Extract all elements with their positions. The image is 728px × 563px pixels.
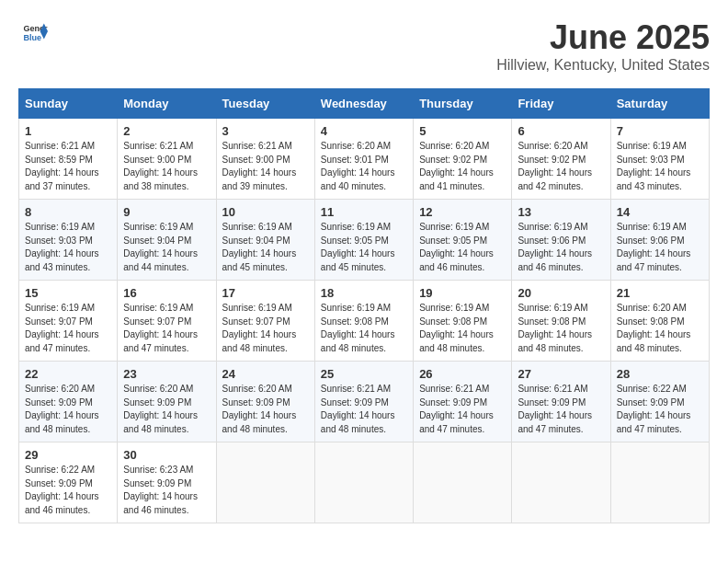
calendar-week-1: 1 Sunrise: 6:21 AM Sunset: 8:59 PM Dayli… xyxy=(19,119,710,200)
day-info: Sunrise: 6:23 AM Sunset: 9:09 PM Dayligh… xyxy=(123,464,210,517)
day-number: 15 xyxy=(25,286,111,300)
calendar-cell xyxy=(414,442,512,523)
day-info: Sunrise: 6:22 AM Sunset: 9:09 PM Dayligh… xyxy=(617,383,703,436)
day-info: Sunrise: 6:19 AM Sunset: 9:08 PM Dayligh… xyxy=(419,302,506,355)
day-info: Sunrise: 6:21 AM Sunset: 8:59 PM Dayligh… xyxy=(25,140,111,193)
calendar-week-5: 29 Sunrise: 6:22 AM Sunset: 9:09 PM Dayl… xyxy=(19,442,710,523)
day-info: Sunrise: 6:21 AM Sunset: 9:09 PM Dayligh… xyxy=(518,383,604,436)
calendar-cell xyxy=(512,442,610,523)
day-number: 18 xyxy=(321,286,407,300)
logo: General Blue xyxy=(18,18,48,44)
calendar-cell: 26 Sunrise: 6:21 AM Sunset: 9:09 PM Dayl… xyxy=(414,362,512,442)
day-info: Sunrise: 6:19 AM Sunset: 9:06 PM Dayligh… xyxy=(617,221,703,274)
day-info: Sunrise: 6:22 AM Sunset: 9:09 PM Dayligh… xyxy=(25,464,111,517)
calendar-header-friday: Friday xyxy=(512,89,610,119)
day-info: Sunrise: 6:20 AM Sunset: 9:01 PM Dayligh… xyxy=(321,140,407,193)
calendar-cell: 13 Sunrise: 6:19 AM Sunset: 9:06 PM Dayl… xyxy=(512,200,610,281)
calendar-cell: 4 Sunrise: 6:20 AM Sunset: 9:01 PM Dayli… xyxy=(314,119,413,200)
day-number: 11 xyxy=(321,205,407,219)
calendar-cell: 27 Sunrise: 6:21 AM Sunset: 9:09 PM Dayl… xyxy=(512,362,610,442)
calendar-header-sunday: Sunday xyxy=(19,89,118,119)
day-info: Sunrise: 6:20 AM Sunset: 9:02 PM Dayligh… xyxy=(518,140,604,193)
svg-text:Blue: Blue xyxy=(23,33,41,42)
day-info: Sunrise: 6:19 AM Sunset: 9:08 PM Dayligh… xyxy=(321,302,407,355)
day-number: 4 xyxy=(321,124,407,138)
day-number: 23 xyxy=(123,367,210,381)
calendar-cell: 29 Sunrise: 6:22 AM Sunset: 9:09 PM Dayl… xyxy=(19,442,118,523)
day-number: 8 xyxy=(25,205,111,219)
calendar-header-saturday: Saturday xyxy=(610,89,709,119)
day-info: Sunrise: 6:20 AM Sunset: 9:02 PM Dayligh… xyxy=(419,140,506,193)
calendar-cell xyxy=(216,442,314,523)
day-info: Sunrise: 6:19 AM Sunset: 9:05 PM Dayligh… xyxy=(419,221,506,274)
calendar-cell: 14 Sunrise: 6:19 AM Sunset: 9:06 PM Dayl… xyxy=(610,200,709,281)
day-info: Sunrise: 6:19 AM Sunset: 9:03 PM Dayligh… xyxy=(617,140,703,193)
day-info: Sunrise: 6:20 AM Sunset: 9:08 PM Dayligh… xyxy=(617,302,703,355)
calendar-cell: 17 Sunrise: 6:19 AM Sunset: 9:07 PM Dayl… xyxy=(216,281,314,362)
calendar-cell xyxy=(314,442,413,523)
calendar-cell: 2 Sunrise: 6:21 AM Sunset: 9:00 PM Dayli… xyxy=(118,119,216,200)
day-info: Sunrise: 6:21 AM Sunset: 9:09 PM Dayligh… xyxy=(419,383,506,436)
calendar-week-4: 22 Sunrise: 6:20 AM Sunset: 9:09 PM Dayl… xyxy=(19,362,710,442)
day-info: Sunrise: 6:19 AM Sunset: 9:05 PM Dayligh… xyxy=(321,221,407,274)
page-title: June 2025 xyxy=(496,18,710,57)
day-number: 19 xyxy=(419,286,506,300)
calendar-cell: 15 Sunrise: 6:19 AM Sunset: 9:07 PM Dayl… xyxy=(19,281,118,362)
calendar-header-thursday: Thursday xyxy=(414,89,512,119)
day-info: Sunrise: 6:19 AM Sunset: 9:03 PM Dayligh… xyxy=(25,221,111,274)
day-number: 27 xyxy=(518,367,604,381)
day-info: Sunrise: 6:20 AM Sunset: 9:09 PM Dayligh… xyxy=(25,383,111,436)
day-number: 28 xyxy=(617,367,703,381)
calendar-cell: 28 Sunrise: 6:22 AM Sunset: 9:09 PM Dayl… xyxy=(610,362,709,442)
calendar-cell: 19 Sunrise: 6:19 AM Sunset: 9:08 PM Dayl… xyxy=(414,281,512,362)
day-number: 29 xyxy=(25,448,111,462)
day-number: 17 xyxy=(222,286,309,300)
day-number: 22 xyxy=(25,367,111,381)
calendar-header-wednesday: Wednesday xyxy=(314,89,413,119)
calendar-cell: 22 Sunrise: 6:20 AM Sunset: 9:09 PM Dayl… xyxy=(19,362,118,442)
calendar-cell: 1 Sunrise: 6:21 AM Sunset: 8:59 PM Dayli… xyxy=(19,119,118,200)
calendar-cell: 25 Sunrise: 6:21 AM Sunset: 9:09 PM Dayl… xyxy=(314,362,413,442)
page-subtitle: Hillview, Kentucky, United States xyxy=(496,57,710,74)
day-number: 3 xyxy=(222,124,309,138)
day-number: 10 xyxy=(222,205,309,219)
day-number: 9 xyxy=(123,205,210,219)
calendar-cell: 8 Sunrise: 6:19 AM Sunset: 9:03 PM Dayli… xyxy=(19,200,118,281)
day-info: Sunrise: 6:19 AM Sunset: 9:07 PM Dayligh… xyxy=(25,302,111,355)
calendar-cell: 5 Sunrise: 6:20 AM Sunset: 9:02 PM Dayli… xyxy=(414,119,512,200)
calendar-header-monday: Monday xyxy=(118,89,216,119)
calendar-cell: 3 Sunrise: 6:21 AM Sunset: 9:00 PM Dayli… xyxy=(216,119,314,200)
day-info: Sunrise: 6:21 AM Sunset: 9:09 PM Dayligh… xyxy=(321,383,407,436)
day-info: Sunrise: 6:19 AM Sunset: 9:07 PM Dayligh… xyxy=(222,302,309,355)
day-info: Sunrise: 6:19 AM Sunset: 9:06 PM Dayligh… xyxy=(518,221,604,274)
day-number: 30 xyxy=(123,448,210,462)
calendar-cell: 9 Sunrise: 6:19 AM Sunset: 9:04 PM Dayli… xyxy=(118,200,216,281)
page-header: General Blue June 2025 Hillview, Kentuck… xyxy=(18,18,710,74)
title-area: June 2025 Hillview, Kentucky, United Sta… xyxy=(496,18,710,74)
calendar-cell: 16 Sunrise: 6:19 AM Sunset: 9:07 PM Dayl… xyxy=(118,281,216,362)
day-number: 2 xyxy=(123,124,210,138)
calendar-cell: 30 Sunrise: 6:23 AM Sunset: 9:09 PM Dayl… xyxy=(118,442,216,523)
calendar-cell: 7 Sunrise: 6:19 AM Sunset: 9:03 PM Dayli… xyxy=(610,119,709,200)
day-number: 1 xyxy=(25,124,111,138)
day-number: 25 xyxy=(321,367,407,381)
calendar-week-3: 15 Sunrise: 6:19 AM Sunset: 9:07 PM Dayl… xyxy=(19,281,710,362)
day-info: Sunrise: 6:21 AM Sunset: 9:00 PM Dayligh… xyxy=(222,140,309,193)
calendar-header-tuesday: Tuesday xyxy=(216,89,314,119)
day-number: 13 xyxy=(518,205,604,219)
calendar-cell xyxy=(610,442,709,523)
calendar-header-row: SundayMondayTuesdayWednesdayThursdayFrid… xyxy=(19,89,710,119)
day-info: Sunrise: 6:20 AM Sunset: 9:09 PM Dayligh… xyxy=(222,383,309,436)
day-info: Sunrise: 6:19 AM Sunset: 9:07 PM Dayligh… xyxy=(123,302,210,355)
day-number: 5 xyxy=(419,124,506,138)
day-info: Sunrise: 6:19 AM Sunset: 9:04 PM Dayligh… xyxy=(123,221,210,274)
day-number: 21 xyxy=(617,286,703,300)
calendar-cell: 23 Sunrise: 6:20 AM Sunset: 9:09 PM Dayl… xyxy=(118,362,216,442)
calendar-cell: 20 Sunrise: 6:19 AM Sunset: 9:08 PM Dayl… xyxy=(512,281,610,362)
day-number: 7 xyxy=(617,124,703,138)
day-number: 12 xyxy=(419,205,506,219)
calendar-cell: 21 Sunrise: 6:20 AM Sunset: 9:08 PM Dayl… xyxy=(610,281,709,362)
day-number: 6 xyxy=(518,124,604,138)
calendar-cell: 10 Sunrise: 6:19 AM Sunset: 9:04 PM Dayl… xyxy=(216,200,314,281)
day-info: Sunrise: 6:19 AM Sunset: 9:04 PM Dayligh… xyxy=(222,221,309,274)
